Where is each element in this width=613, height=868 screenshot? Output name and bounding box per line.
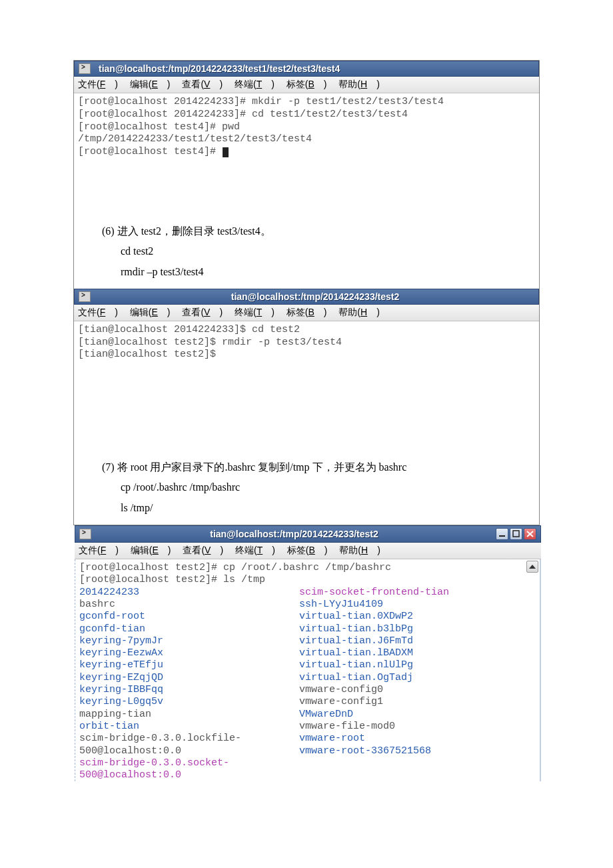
- terminal-line: [tian@localhost 2014224233]$ cd test2: [78, 324, 535, 337]
- menu-terminal[interactable]: 终端(T): [235, 307, 275, 317]
- ls-entry: keyring-7pymJr: [79, 635, 299, 647]
- terminal-icon: [79, 529, 91, 539]
- scroll-up-button[interactable]: [526, 561, 538, 573]
- terminal-content[interactable]: [tian@localhost 2014224233]$ cd test2[ti…: [74, 321, 539, 447]
- svg-rect-1: [513, 531, 519, 537]
- menu-view[interactable]: 查看(V): [183, 545, 223, 555]
- menu-help[interactable]: 帮助(H): [338, 307, 379, 317]
- terminal-line: [root@localhost test2]# cp /root/.bashrc…: [79, 562, 536, 574]
- menu-edit[interactable]: 编辑(E): [131, 545, 171, 555]
- ls-entry: scim-bridge-0.3.0.socket-500@localhost:0…: [79, 757, 299, 782]
- ls-entry: virtual-tian.b3lbPg: [299, 623, 449, 635]
- ls-entry: vmware-config1: [299, 696, 449, 708]
- menu-help[interactable]: 帮助(H): [338, 79, 379, 89]
- close-button[interactable]: [524, 528, 536, 540]
- terminal-window-1: tian@localhost:/tmp/2014224233/test1/tes…: [74, 61, 539, 161]
- window-title: tian@localhost:/tmp/2014224233/test1/tes…: [96, 63, 534, 74]
- titlebar[interactable]: tian@localhost:/tmp/2014224233/test1/tes…: [74, 61, 539, 77]
- ls-entry: keyring-L0gq5v: [79, 696, 299, 708]
- ls-entry: gconfd-tian: [79, 623, 299, 635]
- menu-view[interactable]: 查看(V): [182, 79, 223, 89]
- ls-entry: vmware-root-3367521568: [299, 745, 449, 757]
- ls-entry: virtual-tian.J6FmTd: [299, 635, 449, 647]
- terminal-line: /tmp/2014224233/test1/test2/test3/test4: [78, 133, 535, 146]
- titlebar[interactable]: tian@localhost:/tmp/2014224233/test2: [74, 289, 539, 305]
- terminal-line: [root@localhost test4]#: [78, 146, 535, 159]
- ls-entry: virtual-tian.nlUlPg: [299, 659, 449, 671]
- ls-entry: virtual-tian.OgTadj: [299, 672, 449, 684]
- menu-view[interactable]: 查看(V): [182, 307, 223, 317]
- step-6-cmd2: rmdir –p test3/test4: [94, 262, 519, 282]
- ls-entry: keyring-EezwAx: [79, 647, 299, 659]
- ls-entry: scim-bridge-0.3.0.lockfile-500@localhost…: [79, 733, 299, 757]
- ls-entry: virtual-tian.lBADXM: [299, 647, 449, 659]
- ls-entry: 2014224233: [79, 587, 299, 599]
- menu-terminal[interactable]: 终端(T): [235, 545, 275, 555]
- terminal-line: [tian@localhost test2]$ rmdir -p test3/t…: [78, 337, 535, 349]
- menu-edit[interactable]: 编辑(E): [130, 307, 171, 317]
- menubar: 文件(F) 编辑(E) 查看(V) 终端(T) 标签(B) 帮助(H): [74, 77, 539, 93]
- menu-file[interactable]: 文件(F): [78, 79, 118, 89]
- ls-entry: keyring-eTEfju: [79, 659, 299, 671]
- cursor: [223, 147, 229, 157]
- terminal-line: [root@localhost test2]# ls /tmp: [79, 574, 536, 586]
- window-controls: [496, 528, 536, 540]
- ls-entry: vmware-config0: [299, 684, 449, 696]
- ls-entry: vmware-file-mod0: [299, 721, 449, 733]
- menu-tabs[interactable]: 标签(B): [287, 545, 328, 555]
- window-title: tian@localhost:/tmp/2014224233/test2: [96, 291, 534, 302]
- terminal-line: [root@localhost 2014224233]# cd test1/te…: [78, 109, 535, 121]
- step-6-title: (6) 进入 test2，删除目录 test3/test4。: [94, 221, 519, 241]
- terminal-icon: [79, 291, 91, 302]
- ls-entry: scim-socket-frontend-tian: [299, 587, 449, 599]
- step-7-cmd2: ls /tmp/: [94, 498, 519, 518]
- ls-entry: mapping-tian: [79, 709, 299, 721]
- menubar: 文件(F) 编辑(E) 查看(V) 终端(T) 标签(B) 帮助(H): [74, 305, 539, 321]
- menu-file[interactable]: 文件(F): [79, 545, 119, 555]
- menu-tabs[interactable]: 标签(B): [287, 79, 327, 89]
- menu-tabs[interactable]: 标签(B): [287, 307, 327, 317]
- step-6-cmd1: cd test2: [94, 241, 519, 261]
- ls-entry: virtual-tian.0XDwP2: [299, 611, 449, 623]
- terminal-window-2: tian@localhost:/tmp/2014224233/test2 文件(…: [74, 289, 539, 447]
- menu-terminal[interactable]: 终端(T): [235, 79, 275, 89]
- terminal-window-3: tian@localhost:/tmp/2014224233/test2 文件(…: [75, 525, 541, 781]
- window-title: tian@localhost:/tmp/2014224233/test2: [97, 529, 492, 539]
- step-7-title: (7) 将 root 用户家目录下的.bashrc 复制到/tmp 下，并更名为…: [94, 457, 519, 477]
- doc-section-7: (7) 将 root 用户家目录下的.bashrc 复制到/tmp 下，并更名为…: [74, 447, 539, 525]
- minimize-button[interactable]: [496, 528, 508, 540]
- ls-entry: bashrc: [79, 599, 299, 611]
- maximize-button[interactable]: [510, 528, 522, 540]
- ls-entry: vmware-root: [299, 733, 449, 745]
- menu-edit[interactable]: 编辑(E): [130, 79, 171, 89]
- ls-entry: ssh-LYyJ1u4109: [299, 599, 449, 611]
- menu-file[interactable]: 文件(F): [78, 307, 118, 317]
- terminal-icon: [79, 63, 91, 74]
- doc-section-6: (6) 进入 test2，删除目录 test3/test4。 cd test2 …: [74, 161, 539, 289]
- ls-entry: gconfd-root: [79, 611, 299, 623]
- ls-entry: keyring-IBBFqq: [79, 684, 299, 696]
- ls-entry: VMwareDnD: [299, 709, 449, 721]
- step-7-cmd1: cp /root/.bashrc /tmp/bashrc: [94, 477, 519, 497]
- terminal-content[interactable]: [root@localhost test2]# cp /root/.bashrc…: [75, 559, 541, 781]
- terminal-content[interactable]: [root@localhost 2014224233]# mkdir -p te…: [74, 93, 539, 161]
- terminal-line: [root@localhost 2014224233]# mkdir -p te…: [78, 96, 535, 109]
- menubar: 文件(F) 编辑(E) 查看(V) 终端(T) 标签(B) 帮助(H): [75, 543, 541, 559]
- terminal-line: [root@localhost test4]# pwd: [78, 121, 535, 134]
- ls-entry: keyring-EZqjQD: [79, 672, 299, 684]
- titlebar[interactable]: tian@localhost:/tmp/2014224233/test2: [75, 525, 541, 543]
- ls-entry: orbit-tian: [79, 721, 299, 733]
- terminal-line: [tian@localhost test2]$: [78, 349, 535, 361]
- ls-output: 2014224233bashrcgconfd-rootgconfd-tianke…: [79, 587, 536, 782]
- menu-help[interactable]: 帮助(H): [339, 545, 380, 555]
